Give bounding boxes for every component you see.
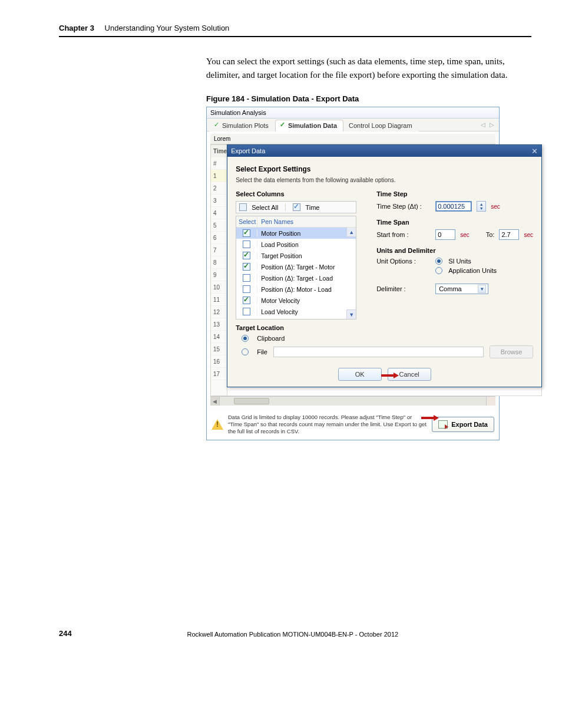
- start-from-label: Start from :: [376, 231, 431, 238]
- tabs-row: Simulation Plots Simulation Data Control…: [207, 118, 499, 131]
- start-unit: sec: [460, 232, 470, 238]
- close-icon[interactable]: ✕: [531, 147, 538, 156]
- time-span-title: Time Span: [376, 219, 533, 226]
- scroll-up-icon[interactable]: ▲: [346, 228, 356, 237]
- pen-checkbox[interactable]: [243, 229, 250, 237]
- row-num: 15: [211, 343, 227, 355]
- to-unit: sec: [524, 232, 533, 238]
- tab-label: Simulation Data: [288, 122, 337, 129]
- pen-label: Position (Δ): Target - Motor: [257, 263, 356, 271]
- select-columns-title: Select Columns: [236, 190, 362, 197]
- units-title: Units and Delimiter: [376, 247, 533, 254]
- tab-control-loop-diagram[interactable]: Control Loop Diagram: [343, 120, 419, 131]
- radio-si-units[interactable]: SI Units: [435, 258, 497, 265]
- annotation-arrow-icon: [434, 415, 439, 421]
- row-num: 13: [211, 318, 227, 331]
- time-step-input[interactable]: 0.000125: [435, 201, 472, 212]
- app-units-label: Application Units: [448, 267, 497, 274]
- export-data-button[interactable]: Export Data: [432, 417, 494, 432]
- pen-row[interactable]: Position (Δ): Motor - Load: [236, 284, 356, 295]
- chevron-down-icon: ▼: [478, 285, 486, 293]
- pen-row[interactable]: Position (Δ): Target - Motor: [236, 261, 356, 272]
- delimiter-select[interactable]: Comma ▼: [435, 284, 488, 294]
- dialog-titlebar[interactable]: Export Data ✕: [227, 145, 541, 157]
- time-checkbox[interactable]: [293, 203, 300, 211]
- time-label: Time: [305, 204, 319, 211]
- radio-icon[interactable]: [242, 335, 249, 342]
- warning-icon: [211, 419, 223, 430]
- pen-checkbox[interactable]: [243, 297, 250, 304]
- file-path-input[interactable]: [273, 347, 484, 357]
- pen-checkbox[interactable]: [243, 263, 250, 271]
- start-from-input[interactable]: 0: [435, 229, 455, 240]
- row-num: 10: [211, 281, 227, 294]
- radio-icon[interactable]: [435, 258, 442, 265]
- pen-row[interactable]: Motor Position: [236, 228, 356, 239]
- pen-label: Target Position: [257, 252, 356, 259]
- row-num: 3: [211, 195, 227, 207]
- grid-header: Lorem: [210, 134, 495, 144]
- select-all-checkbox[interactable]: [239, 203, 247, 211]
- tab-label: Control Loop Diagram: [349, 122, 412, 129]
- tab-scroll-arrows[interactable]: ◁ ▷: [481, 121, 499, 128]
- footer-warning-text: Data Grid is limited to display 10000 re…: [228, 414, 427, 435]
- radio-icon[interactable]: [435, 267, 442, 274]
- pen-label: Motor Velocity: [257, 297, 356, 304]
- clipboard-label: Clipboard: [257, 335, 285, 342]
- row-num: 16: [211, 355, 227, 368]
- chapter-label: Chapter 3: [59, 24, 94, 32]
- scroll-down-icon[interactable]: ▼: [346, 309, 356, 319]
- pen-header-select: Select: [236, 216, 257, 228]
- running-header: Chapter 3 Understanding Your System Solu…: [59, 24, 531, 37]
- tab-simulation-data[interactable]: Simulation Data: [275, 120, 343, 131]
- select-all-label: Select All: [252, 204, 278, 211]
- row-num: 1: [211, 170, 227, 182]
- horizontal-scrollbar[interactable]: ◀: [210, 396, 495, 406]
- scrollbar-thumb[interactable]: [234, 398, 269, 404]
- pen-row[interactable]: Load Position: [236, 239, 356, 250]
- row-num: #: [211, 157, 227, 170]
- pen-row[interactable]: Target Position: [236, 250, 356, 261]
- row-num: 2: [211, 182, 227, 195]
- pen-checkbox[interactable]: [243, 308, 250, 315]
- radio-clipboard[interactable]: Clipboard: [236, 335, 533, 342]
- browse-button[interactable]: Browse: [490, 345, 533, 358]
- delimiter-label: Delimiter :: [376, 285, 431, 292]
- row-num: 12: [211, 306, 227, 318]
- pen-label: Position (Δ): Motor - Load: [257, 286, 356, 293]
- tab-simulation-plots[interactable]: Simulation Plots: [209, 120, 275, 131]
- pen-checkbox[interactable]: [243, 285, 250, 293]
- pen-row[interactable]: Motor Velocity: [236, 295, 356, 306]
- chapter-title: Understanding Your System Solution: [105, 24, 230, 32]
- pen-row[interactable]: Target Velocity: [236, 317, 356, 319]
- ok-button[interactable]: OK: [338, 368, 382, 381]
- pen-checkbox[interactable]: [243, 241, 250, 248]
- window-title: Simulation Analysis: [207, 107, 499, 118]
- pen-checkbox[interactable]: [243, 274, 250, 282]
- row-num: 4: [211, 207, 227, 219]
- scroll-right-icon[interactable]: [486, 397, 495, 406]
- row-num: 8: [211, 256, 227, 269]
- time-step-spinner[interactable]: ▲▼: [477, 201, 486, 212]
- pen-row[interactable]: Position (Δ): Target - Load: [236, 272, 356, 284]
- publication-footer: Rockwell Automation Publication MOTION-U…: [72, 631, 514, 638]
- radio-app-units[interactable]: Application Units: [435, 267, 497, 274]
- time-step-title: Time Step: [376, 190, 533, 197]
- file-label: File: [257, 348, 267, 355]
- time-step-label: Time Step (Δt) :: [376, 203, 431, 210]
- radio-file[interactable]: [242, 348, 249, 355]
- target-location-title: Target Location: [236, 324, 533, 331]
- dialog-heading: Select Export Settings: [236, 165, 533, 173]
- check-icon: [280, 123, 286, 128]
- dialog-subtext: Select the data elements from the follow…: [236, 177, 533, 183]
- row-num: 6: [211, 232, 227, 244]
- scroll-left-icon[interactable]: ◀: [210, 397, 220, 406]
- to-input[interactable]: 2.7: [499, 229, 519, 240]
- export-icon: [438, 420, 448, 429]
- unit-options-label: Unit Options :: [376, 258, 431, 265]
- pen-checkbox[interactable]: [243, 252, 250, 259]
- pen-row[interactable]: Load Velocity: [236, 306, 356, 317]
- pen-body: ▲ ▼ Motor PositionLoad PositionTarget Po…: [236, 228, 356, 319]
- select-all-row[interactable]: Select All Time: [236, 201, 356, 213]
- tab-label: Simulation Plots: [222, 122, 269, 129]
